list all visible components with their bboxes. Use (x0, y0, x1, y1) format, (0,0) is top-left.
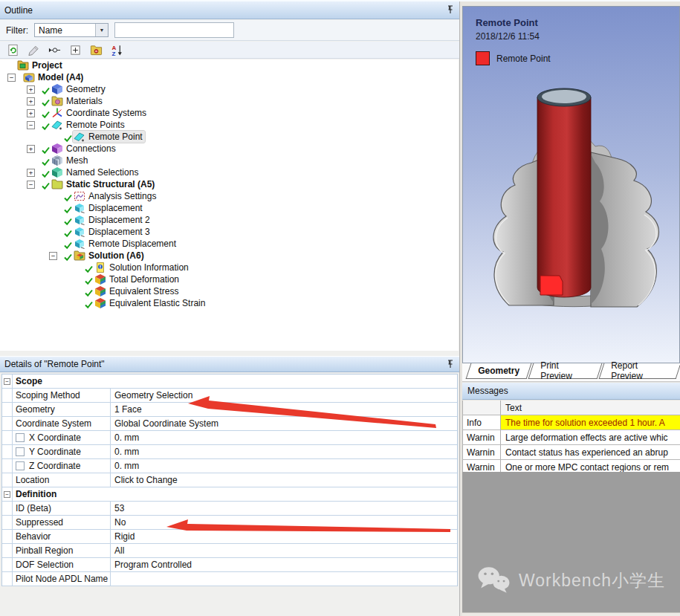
property-value[interactable]: All (111, 544, 457, 557)
tree-item-body[interactable]: Materials (51, 95, 105, 107)
tree-item-remote-points[interactable]: −Remote Points (0, 119, 459, 131)
expand-icon[interactable]: + (27, 169, 35, 177)
tree-item-body[interactable]: Static Structural (A5) (51, 178, 157, 190)
tree-item-body[interactable]: Displacement 2 (73, 214, 152, 226)
filter-search-input[interactable] (114, 22, 234, 38)
property-value[interactable]: 1 Face (111, 403, 457, 416)
pin-icon[interactable] (446, 360, 455, 369)
tree-item-body[interactable]: Geometry (51, 83, 108, 95)
tree-item-equivalent-stress[interactable]: Equivalent Stress (0, 285, 459, 297)
tree-item-solution-information[interactable]: Solution Information (0, 262, 459, 273)
property-value[interactable]: Program Controlled (111, 558, 457, 571)
tree-item-mesh[interactable]: Mesh (0, 155, 459, 166)
tree-item-static-structural-a5[interactable]: −Static Structural (A5) (0, 178, 459, 190)
expand-all-icon[interactable] (68, 43, 82, 57)
row-gutter (2, 572, 13, 586)
tree-item-body[interactable]: Project (16, 59, 65, 71)
chevron-down-icon[interactable]: ▼ (95, 24, 108, 36)
tree-item-body[interactable]: Coordinate Systems (51, 107, 149, 119)
property-value[interactable] (111, 572, 457, 586)
tab-geometry[interactable]: Geometry (466, 363, 532, 379)
tree-item-solution-a6[interactable]: −Solution (A6) (0, 250, 459, 262)
property-value[interactable]: 0. mm (111, 459, 457, 473)
tree-item-materials[interactable]: +Materials (0, 95, 459, 107)
tree-item-analysis-settings[interactable]: Analysis Settings (0, 190, 459, 202)
tree-item-body[interactable]: Displacement 3 (73, 226, 152, 238)
tree-item-displacement-2[interactable]: Displacement 2 (0, 214, 459, 226)
folder-control-icon[interactable] (89, 43, 103, 57)
message-row[interactable]: WarninLarge deformation effects are acti… (462, 430, 680, 445)
tree-item-body[interactable]: Equivalent Elastic Strain (94, 297, 207, 309)
probe-icon[interactable] (48, 43, 62, 57)
section-label: Scope (13, 375, 457, 388)
checkbox[interactable] (16, 447, 25, 456)
expand-icon[interactable]: + (27, 97, 35, 106)
property-value[interactable]: Global Coordinate System (111, 417, 457, 430)
geometry-viewport[interactable]: Remote Point 2018/12/6 11:54 Remote Poin… (462, 6, 680, 363)
tree-item-model-a4[interactable]: −Model (A4) (0, 71, 459, 83)
tree-item-total-deformation[interactable]: Total Deformation (0, 273, 459, 285)
checkbox[interactable] (16, 461, 25, 470)
expand-icon[interactable]: + (27, 145, 35, 153)
tree-item-geometry[interactable]: +Geometry (0, 83, 459, 95)
displacement-icon (74, 238, 85, 250)
tree-item-connections[interactable]: +Connections (0, 143, 459, 155)
message-row[interactable]: InfoThe time for solution exceeded 1 hou… (462, 415, 680, 430)
details-titlebar: Details of "Remote Point" (0, 356, 459, 372)
tree-item-body[interactable]: Named Selections (51, 166, 140, 178)
expand-icon[interactable]: + (27, 109, 35, 117)
tree-item-body[interactable]: Total Deformation (94, 273, 181, 285)
property-value[interactable]: 0. mm (111, 445, 457, 458)
property-value[interactable]: 0. mm (111, 431, 457, 444)
tree-item-equivalent-elastic-strain[interactable]: Equivalent Elastic Strain (0, 297, 459, 309)
property-value[interactable]: Rigid (111, 530, 457, 543)
tree-item-label: Displacement (88, 203, 143, 213)
tree-item-body[interactable]: Remote Points (51, 119, 127, 131)
property-value[interactable]: Click to Change (111, 473, 457, 487)
message-row[interactable]: WarninContact status has experienced an … (462, 445, 680, 460)
tree-item-named-selections[interactable]: +Named Selections (0, 166, 459, 178)
tree-item-displacement[interactable]: Displacement (0, 202, 459, 214)
expand-icon[interactable]: + (27, 85, 35, 94)
tree-item-body[interactable]: Solution (A6) (73, 250, 146, 262)
collapse-icon[interactable]: − (49, 252, 57, 260)
sort-az-icon[interactable]: AZ (110, 43, 124, 57)
property-value[interactable]: No (111, 516, 457, 529)
tree-item-project[interactable]: Project (0, 59, 459, 71)
outline-toolbar: AZ (0, 42, 459, 59)
pin-icon[interactable] (446, 5, 455, 15)
tree-indent (49, 133, 57, 141)
collapse-icon[interactable]: − (4, 378, 10, 385)
property-value[interactable]: Geometry Selection (111, 389, 457, 402)
worksheet-icon[interactable] (27, 43, 41, 57)
tree-item-remote-displacement[interactable]: Remote Displacement (0, 238, 459, 250)
tree-item-body[interactable]: Remote Displacement (73, 238, 178, 250)
tree-item-body[interactable]: Model (A4) (22, 71, 85, 83)
refresh-icon[interactable] (6, 43, 20, 57)
tree-item-displacement-3[interactable]: Displacement 3 (0, 226, 459, 238)
tree-item-label: Displacement 3 (88, 227, 150, 237)
collapse-icon[interactable]: − (27, 121, 35, 129)
tree-item-body[interactable]: Equivalent Stress (94, 285, 181, 297)
tree-item-coordinate-systems[interactable]: +Coordinate Systems (0, 107, 459, 119)
tree-item-body[interactable]: Analysis Settings (73, 190, 158, 202)
property-value[interactable]: 53 (111, 502, 457, 515)
static-structural-icon (51, 178, 63, 190)
legend-color-swatch (476, 51, 490, 65)
checkbox[interactable] (16, 433, 25, 442)
tree-item-remote-point[interactable]: Remote Point (0, 131, 459, 143)
tree-item-body[interactable]: Displacement (73, 202, 145, 214)
tab-print-preview[interactable]: Print Preview (528, 363, 603, 379)
collapse-icon[interactable]: − (7, 74, 16, 82)
collapse-icon[interactable]: − (4, 491, 10, 498)
tree-item-body[interactable]: Connections (51, 143, 118, 155)
tree-item-body[interactable]: Remote Point (73, 131, 145, 143)
tree-item-body[interactable]: Solution Information (94, 262, 191, 273)
tree-item-label: Solution Information (109, 262, 189, 273)
message-text: The time for solution exceeded 1 hour. A (501, 415, 680, 429)
right-pane: Remote Point 2018/12/6 11:54 Remote Poin… (460, 1, 680, 616)
filter-name-select[interactable]: Name ▼ (34, 23, 109, 37)
tree-item-body[interactable]: Mesh (51, 155, 90, 166)
collapse-icon[interactable]: − (27, 181, 35, 189)
tab-report-preview[interactable]: Report Preview (599, 363, 680, 379)
